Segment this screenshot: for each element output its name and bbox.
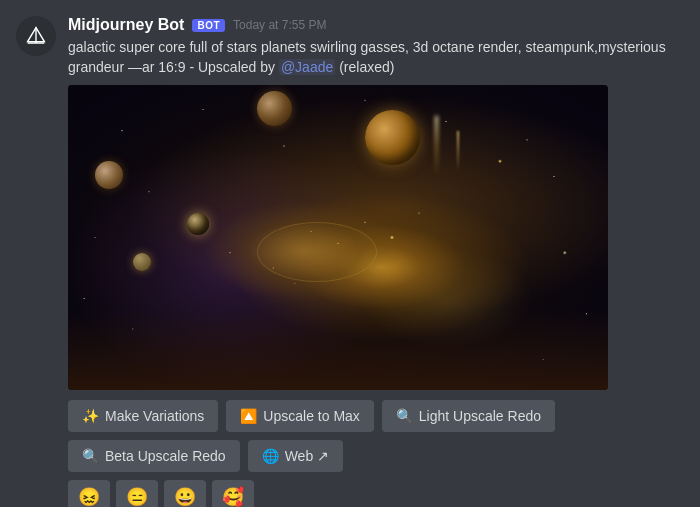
upscale-max-icon: 🔼 — [240, 408, 257, 424]
emoji-1: 😑 — [126, 486, 148, 507]
bottom-glow — [68, 310, 608, 390]
light-upscale-redo-label: Light Upscale Redo — [419, 408, 541, 424]
light-upscale-redo-icon: 🔍 — [396, 408, 413, 424]
bot-badge: BOT — [192, 19, 225, 32]
message-container: Midjourney Bot BOT Today at 7:55 PM gala… — [16, 16, 684, 507]
generated-image — [68, 85, 608, 390]
emoji-button-1[interactable]: 😑 — [116, 480, 158, 507]
user-mention[interactable]: @Jaade — [279, 59, 335, 75]
upscale-max-label: Upscale to Max — [263, 408, 359, 424]
light-upscale-redo-button[interactable]: 🔍 Light Upscale Redo — [382, 400, 555, 432]
beta-upscale-icon: 🔍 — [82, 448, 99, 464]
upscale-prefix: - Upscaled by — [189, 59, 278, 75]
emoji-button-2[interactable]: 😀 — [164, 480, 206, 507]
emoji-row: 😖 😑 😀 🥰 — [68, 480, 684, 507]
button-row-2: 🔍 Beta Upscale Redo 🌐 Web ↗ — [68, 440, 684, 472]
timestamp: Today at 7:55 PM — [233, 18, 326, 32]
emoji-0: 😖 — [78, 486, 100, 507]
upscale-max-button[interactable]: 🔼 Upscale to Max — [226, 400, 373, 432]
message-header: Midjourney Bot BOT Today at 7:55 PM — [68, 16, 684, 34]
relaxed-label: (relaxed) — [339, 59, 394, 75]
beta-upscale-label: Beta Upscale Redo — [105, 448, 226, 464]
ar-param: —ar 16:9 — [128, 59, 186, 75]
make-variations-button[interactable]: ✨ Make Variations — [68, 400, 218, 432]
emoji-3: 🥰 — [222, 486, 244, 507]
galaxy-visual — [68, 85, 608, 390]
web-icon: 🌐 — [262, 448, 279, 464]
emoji-2: 😀 — [174, 486, 196, 507]
emoji-button-0[interactable]: 😖 — [68, 480, 110, 507]
beta-upscale-redo-button[interactable]: 🔍 Beta Upscale Redo — [68, 440, 240, 472]
make-variations-icon: ✨ — [82, 408, 99, 424]
avatar — [16, 16, 56, 56]
message-body: Midjourney Bot BOT Today at 7:55 PM gala… — [68, 16, 684, 507]
web-label: Web ↗ — [285, 448, 329, 464]
emoji-button-3[interactable]: 🥰 — [212, 480, 254, 507]
message-text: galactic super core full of stars planet… — [68, 38, 684, 77]
web-button[interactable]: 🌐 Web ↗ — [248, 440, 343, 472]
make-variations-label: Make Variations — [105, 408, 204, 424]
bot-name: Midjourney Bot — [68, 16, 184, 34]
button-row-1: ✨ Make Variations 🔼 Upscale to Max 🔍 Lig… — [68, 400, 684, 432]
